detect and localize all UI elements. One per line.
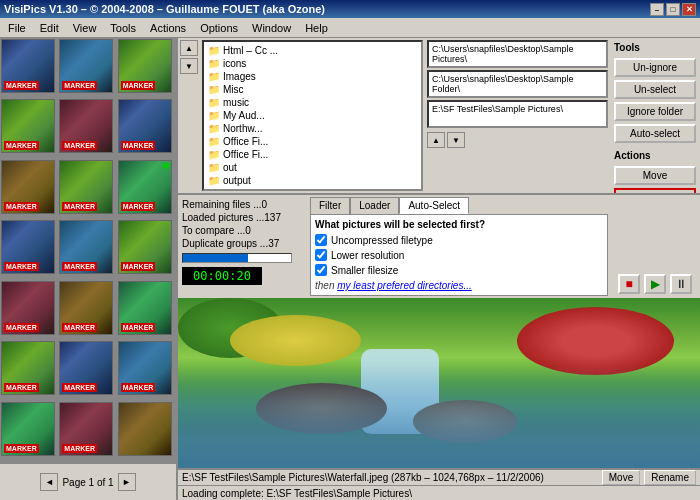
folder-label-2: icons xyxy=(223,58,246,69)
menu-options[interactable]: Options xyxy=(194,20,244,36)
status-bar: E:\SF TestFiles\Sample Pictures\Waterfal… xyxy=(178,468,700,485)
folder-label-1: Html – Cc ... xyxy=(223,45,278,56)
folder-item-12[interactable]: 📁 pdf xyxy=(206,187,419,189)
thumbnail-20[interactable]: MARKER xyxy=(59,402,113,456)
left-panel: MARKER MARKER MARKER MARKER MARKER MAR xyxy=(0,38,178,500)
folder-item-1[interactable]: 📁 Html – Cc ... xyxy=(206,44,419,57)
move-button[interactable]: Move xyxy=(614,166,696,185)
remove-path-button[interactable]: ▼ xyxy=(447,132,465,148)
loaded-pictures: Loaded pictures ...137 xyxy=(182,212,304,223)
thumbnail-15[interactable]: MARKER xyxy=(118,281,172,335)
unselect-button[interactable]: Un-select xyxy=(614,80,696,99)
menu-tools[interactable]: Tools xyxy=(104,20,142,36)
title-bar: VisiPics V1.30 – © 2004-2008 – Guillaume… xyxy=(0,0,700,18)
duplicate-groups: Duplicate groups ...37 xyxy=(182,238,304,249)
minimize-button[interactable]: – xyxy=(650,3,664,16)
folder-item-3[interactable]: 📁 Images xyxy=(206,70,419,83)
folder-icon-3: 📁 xyxy=(208,71,220,82)
thumbnail-8[interactable]: MARKER xyxy=(59,160,113,214)
unignore-button[interactable]: Un-ignore xyxy=(614,58,696,77)
folder-panel: 📁 Html – Cc ... 📁 icons 📁 Images 📁 Misc xyxy=(202,40,423,191)
auto-select-button[interactable]: Auto-select xyxy=(614,124,696,143)
thumbnail-7[interactable]: MARKER xyxy=(1,160,55,214)
thumbnail-13[interactable]: MARKER xyxy=(1,281,55,335)
folder-label-7: Northw... xyxy=(223,123,262,134)
checkbox-row-3: Smaller filesize xyxy=(315,264,603,276)
right-section: ▲ ▼ 📁 Html – Cc ... 📁 icons 📁 I xyxy=(178,38,700,500)
checkbox-lower-res[interactable] xyxy=(315,249,327,261)
remaining-files: Remaining files ...0 xyxy=(182,199,304,210)
maximize-button[interactable]: □ xyxy=(666,3,680,16)
thumbnail-9[interactable]: MARKER xyxy=(118,160,172,214)
status-rename-button[interactable]: Rename xyxy=(644,470,696,485)
thumbnail-5[interactable]: MARKER xyxy=(59,99,113,153)
thumbnail-4[interactable]: MARKER xyxy=(1,99,55,153)
thumbnail-10[interactable]: MARKER xyxy=(1,220,55,274)
main-container: MARKER MARKER MARKER MARKER MARKER MAR xyxy=(0,38,700,500)
thumbnail-12[interactable]: MARKER xyxy=(118,220,172,274)
folder-label-4: Misc xyxy=(223,84,244,95)
thumbnail-14[interactable]: MARKER xyxy=(59,281,113,335)
menu-actions[interactable]: Actions xyxy=(144,20,192,36)
folder-item-6[interactable]: 📁 My Aud... xyxy=(206,109,419,122)
actions-label: Actions xyxy=(614,150,696,161)
thumbnail-2[interactable]: MARKER xyxy=(59,39,113,93)
folder-item-9[interactable]: 📁 Office Fi... xyxy=(206,148,419,161)
thumbnail-6[interactable]: MARKER xyxy=(118,99,172,153)
thumbnail-17[interactable]: MARKER xyxy=(59,341,113,395)
tools-panel: Tools Un-ignore Un-select Ignore folder … xyxy=(610,38,700,193)
checkbox-smaller-filesize-label: Smaller filesize xyxy=(331,265,398,276)
thumbnail-11[interactable]: MARKER xyxy=(59,220,113,274)
thumbnail-18[interactable]: MARKER xyxy=(118,341,172,395)
stats-area: Remaining files ...0 Loaded pictures ...… xyxy=(178,195,308,298)
folder-icon-11: 📁 xyxy=(208,175,220,186)
thumbnail-1[interactable]: MARKER xyxy=(1,39,55,93)
thumbnail-16[interactable]: MARKER xyxy=(1,341,55,395)
prev-page-button[interactable]: ◄ xyxy=(40,473,58,491)
loading-text: Loading complete: E:\SF TestFiles\Sample… xyxy=(182,488,412,499)
folder-item-5[interactable]: 📁 music xyxy=(206,96,419,109)
menu-view[interactable]: View xyxy=(67,20,103,36)
menu-file[interactable]: File xyxy=(2,20,32,36)
thumbnail-19[interactable]: MARKER xyxy=(1,402,55,456)
folder-down-button[interactable]: ▼ xyxy=(180,58,198,74)
progress-fill xyxy=(183,254,248,262)
checkbox-smaller-filesize[interactable] xyxy=(315,264,327,276)
tab-autoselect[interactable]: Auto-Select xyxy=(399,197,469,214)
menu-help[interactable]: Help xyxy=(299,20,334,36)
checkbox-uncompressed[interactable] xyxy=(315,234,327,246)
status-move-button[interactable]: Move xyxy=(602,470,640,485)
folder-icon-4: 📁 xyxy=(208,84,220,95)
page-info: Page 1 of 1 xyxy=(62,477,113,488)
play-button[interactable]: ▶ xyxy=(644,274,666,294)
ignore-folder-button[interactable]: Ignore folder xyxy=(614,102,696,121)
to-compare: To compare ...0 xyxy=(182,225,304,236)
stop-button[interactable]: ■ xyxy=(618,274,640,294)
folder-label-3: Images xyxy=(223,71,256,82)
thumbnail-3[interactable]: MARKER xyxy=(118,39,172,93)
tab-loader[interactable]: Loader xyxy=(350,197,399,214)
folder-item-11[interactable]: 📁 output xyxy=(206,174,419,187)
folder-item-4[interactable]: 📁 Misc xyxy=(206,83,419,96)
folder-label-6: My Aud... xyxy=(223,110,265,121)
tab-filter[interactable]: Filter xyxy=(310,197,350,214)
next-page-button[interactable]: ► xyxy=(118,473,136,491)
checkbox-row-1: Uncompressed filetype xyxy=(315,234,603,246)
menu-edit[interactable]: Edit xyxy=(34,20,65,36)
folder-nav-arrows: ▲ ▼ xyxy=(178,38,200,193)
tab-bar: Filter Loader Auto-Select xyxy=(310,197,608,214)
menu-window[interactable]: Window xyxy=(246,20,297,36)
pause-button[interactable]: ⏸ xyxy=(670,274,692,294)
least-preferred-link[interactable]: my least prefered directories... xyxy=(337,280,472,291)
folder-item-7[interactable]: 📁 Northw... xyxy=(206,122,419,135)
folder-item-2[interactable]: 📁 icons xyxy=(206,57,419,70)
thumbnail-21[interactable] xyxy=(118,402,172,456)
close-button[interactable]: ✕ xyxy=(682,3,696,16)
waterfall-overlay xyxy=(178,366,700,468)
folder-item-10[interactable]: 📁 out xyxy=(206,161,419,174)
folder-up-button[interactable]: ▲ xyxy=(180,40,198,56)
folder-label-12: pdf xyxy=(223,188,237,189)
add-path-button[interactable]: ▲ xyxy=(427,132,445,148)
folder-item-8[interactable]: 📁 Office Fi... xyxy=(206,135,419,148)
playback-controls: ■ ▶ ⏸ xyxy=(614,274,696,294)
